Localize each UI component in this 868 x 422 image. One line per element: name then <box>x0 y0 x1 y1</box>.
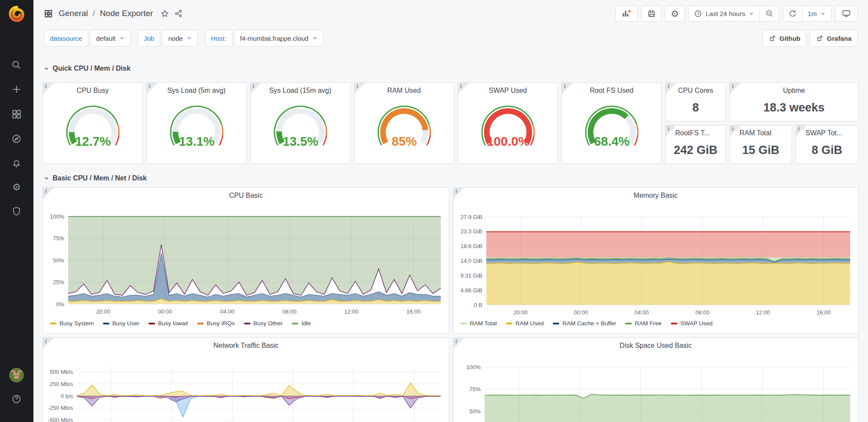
gauge-swap-used: 100.0% <box>471 101 545 154</box>
sidebar-item-help[interactable] <box>7 389 26 409</box>
x-axis-label: 20:00 <box>513 309 528 316</box>
y-axis-label: 0 b/s <box>61 393 73 399</box>
star-dashboard-button[interactable] <box>160 9 169 18</box>
breadcrumb-page[interactable]: Node Exporter <box>100 9 153 18</box>
stat-value: 8 GiB <box>796 144 858 157</box>
legend-item[interactable]: RAM Used <box>506 320 544 327</box>
legend-item[interactable]: RAM Cache + Buffer <box>553 320 616 327</box>
panel-title[interactable]: Disk Space Used Basic <box>464 342 848 350</box>
panel-title[interactable]: RAM Total <box>739 129 789 137</box>
row-basic-cpu-mem-net-disk[interactable]: Basic CPU / Mem / Net / Disk <box>43 174 147 182</box>
row-quick-cpu-mem-disk[interactable]: Quick CPU / Mem / Disk <box>43 65 131 72</box>
grafana-logo[interactable] <box>7 3 26 24</box>
compass-icon <box>11 134 22 144</box>
gauge: 100.0% <box>471 101 545 154</box>
x-axis-label: 08:00 <box>695 309 710 316</box>
save-dashboard-button[interactable] <box>641 6 661 22</box>
panel-title[interactable]: Root FS Used <box>572 87 651 95</box>
gauge-value: 13.1% <box>178 134 214 148</box>
panel-title[interactable]: SWAP Tot... <box>805 129 855 137</box>
panel-info-icon[interactable]: i <box>453 338 464 349</box>
panel-info-icon[interactable]: i <box>730 83 741 94</box>
avatar-image <box>9 368 24 383</box>
panel-title[interactable]: Memory Basic <box>464 192 848 200</box>
star-icon <box>160 9 169 18</box>
x-axis-label: 00:00 <box>574 309 588 316</box>
refresh-interval-button[interactable]: 1m <box>802 6 831 21</box>
legend-item[interactable]: RAM Total <box>460 320 497 327</box>
share-dashboard-button[interactable] <box>174 9 183 18</box>
dashboard-grid-icon <box>44 9 53 18</box>
sidebar-item-search[interactable] <box>7 56 26 75</box>
legend-label: RAM Total <box>470 320 497 327</box>
panel-info-icon[interactable]: i <box>43 188 54 199</box>
legend-item[interactable]: Busy IRQs <box>197 320 235 327</box>
sidebar-item-create[interactable] <box>7 80 26 99</box>
panel-info-icon[interactable]: i <box>43 83 54 94</box>
y-axis-label: 75% <box>469 386 481 393</box>
sidebar-item-dashboards[interactable] <box>7 105 26 124</box>
sidebar-item-alerting[interactable] <box>7 154 26 173</box>
panel-info-icon[interactable]: i <box>147 83 158 94</box>
gauge-sys-load-15m: 13.5% <box>264 101 337 154</box>
panel-title[interactable]: CPU Basic <box>53 192 439 200</box>
panel-title[interactable]: Network Traffic Basic <box>53 342 439 350</box>
sidebar-item-server-admin[interactable] <box>7 202 26 221</box>
kiosk-mode-button[interactable] <box>835 6 858 22</box>
legend-swatch <box>460 323 467 324</box>
legend-item[interactable]: Busy System <box>50 320 94 327</box>
variable-value-dropdown[interactable]: node <box>162 30 198 46</box>
variable-value-dropdown[interactable]: default <box>90 30 131 46</box>
panel-info-icon[interactable]: i <box>354 83 365 94</box>
legend-item[interactable]: RAM Free <box>625 320 662 327</box>
panel-title[interactable]: Sys Load (15m avg) <box>261 87 340 95</box>
panel-title[interactable]: RootFS T... <box>675 129 723 137</box>
dashboard-settings-button[interactable]: ⚙ <box>665 6 685 22</box>
sidebar-item-configuration[interactable]: ⚙ <box>7 178 26 197</box>
external-link-icon <box>816 35 823 42</box>
grafana-link[interactable]: Grafana <box>810 30 858 47</box>
panel-network-traffic-basic: 500 Mb/s250 Mb/s0 b/s-250 Mb/s-500 Mb/s … <box>43 337 449 422</box>
chevron-down-icon <box>43 65 50 72</box>
breadcrumb-separator: / <box>93 9 95 18</box>
panel-title[interactable]: Uptime <box>740 87 848 95</box>
time-range-button[interactable]: Last 24 hours <box>689 6 759 21</box>
legend-swatch <box>149 323 155 324</box>
legend-label: Busy IRQs <box>207 320 235 327</box>
y-axis-label: 100% <box>50 213 65 220</box>
legend-item[interactable]: Busy Iowait <box>149 320 188 327</box>
legend-item[interactable]: Idle <box>292 320 311 327</box>
panel-title[interactable]: CPU Cores <box>670 87 721 95</box>
breadcrumb-section[interactable]: General <box>59 9 88 18</box>
sidebar: ⚙ <box>0 0 33 422</box>
chart-legend: Busy SystemBusy UserBusy IowaitBusy IRQs… <box>50 320 311 327</box>
add-panel-button[interactable] <box>615 6 638 22</box>
gauge: 12.7% <box>56 101 130 154</box>
gear-icon: ⚙ <box>12 183 21 192</box>
panel-title[interactable]: RAM Used <box>365 87 443 95</box>
panel-swap-total: i SWAP Tot... 8 GiB <box>795 125 858 164</box>
panel-title[interactable]: SWAP Used <box>469 87 547 95</box>
legend-swatch <box>506 323 512 324</box>
x-axis-label: 20:00 <box>96 308 110 315</box>
legend-item[interactable]: Busy Other <box>244 320 283 327</box>
github-link[interactable]: Github <box>762 30 806 47</box>
user-avatar[interactable] <box>7 366 26 385</box>
zoom-out-button[interactable] <box>759 6 779 21</box>
panel-info-icon[interactable]: i <box>458 83 469 94</box>
panel-info-icon[interactable]: i <box>453 188 464 199</box>
panel-title[interactable]: CPU Busy <box>53 87 132 95</box>
panel-info-icon[interactable]: i <box>251 83 261 94</box>
variable-value-dropdown[interactable]: f4-mumbai.frappe.cloud <box>234 30 324 46</box>
panel-info-icon[interactable]: i <box>43 338 54 349</box>
sidebar-item-explore[interactable] <box>7 129 26 148</box>
gauge-value: 12.7% <box>75 134 110 148</box>
panel-title[interactable]: Sys Load (5m avg) <box>157 87 236 95</box>
refresh-button[interactable] <box>783 6 802 21</box>
legend-item[interactable]: Busy User <box>103 320 139 327</box>
panel-info-icon[interactable]: i <box>562 83 573 94</box>
y-axis-label: 9.31 GiB <box>460 272 482 279</box>
legend-item[interactable]: SWAP Used <box>671 320 713 327</box>
legend-label: RAM Used <box>515 320 544 327</box>
panel-swap-used: i SWAP Used 100.0% <box>458 82 558 164</box>
